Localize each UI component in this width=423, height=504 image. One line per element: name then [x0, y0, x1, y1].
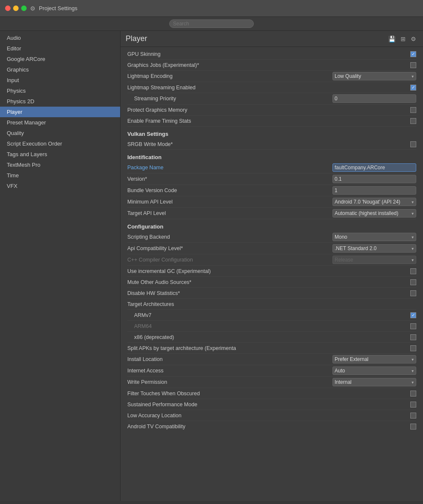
sidebar-item-input[interactable]: Input — [0, 75, 120, 85]
text-input[interactable] — [332, 94, 416, 103]
setting-row-enable-frame-timing-stats: Enable Frame Timing Stats — [127, 116, 416, 127]
setting-row-cpp-compiler-configuration: C++ Compiler ConfigurationReleaseDebugMa… — [127, 254, 416, 266]
setting-label-version: Version* — [127, 176, 332, 182]
setting-label-bundle-version-code: Bundle Version Code — [127, 187, 332, 193]
sidebar-item-audio[interactable]: Audio — [0, 33, 120, 43]
setting-row-version: Version* — [127, 174, 416, 185]
setting-row-low-accuracy-location: Low Accuracy Location — [127, 410, 416, 421]
setting-control-bundle-version-code — [332, 186, 416, 195]
checkbox[interactable] — [410, 85, 416, 91]
setting-label-split-apks: Split APKs by target architecture (Exper… — [127, 345, 332, 351]
dropdown[interactable]: MonoIL2CPP — [332, 233, 416, 241]
setting-control-streaming-priority — [332, 94, 416, 103]
setting-label-api-compatibility-level: Api Compatibility Level* — [127, 245, 332, 251]
checkbox[interactable] — [410, 391, 416, 397]
setting-row-srgb-write-mode: SRGB Write Mode* — [127, 139, 416, 150]
setting-row-api-compatibility-level: Api Compatibility Level*.NET Standard 2.… — [127, 243, 416, 254]
setting-row-graphics-jobs: Graphics Jobs (Experimental)* — [127, 60, 416, 71]
package-name-link[interactable]: Package Name — [127, 165, 163, 171]
aspect-icon[interactable]: ⊞ — [399, 35, 407, 43]
sidebar-item-preset-manager[interactable]: Preset Manager — [0, 117, 120, 128]
text-input[interactable] — [332, 175, 416, 183]
checkbox[interactable] — [410, 118, 416, 124]
checkbox[interactable] — [410, 107, 416, 113]
setting-label-disable-hw-statistics: Disable HW Statistics* — [127, 290, 332, 296]
sidebar-item-player[interactable]: Player — [0, 107, 120, 117]
setting-control-mute-other-audio-sources — [332, 279, 416, 285]
search-input[interactable] — [169, 19, 254, 28]
checkbox[interactable] — [410, 51, 416, 57]
setting-row-scripting-backend: Scripting BackendMonoIL2CPP — [127, 231, 416, 243]
dropdown[interactable]: ReleaseDebugMaster — [332, 256, 416, 264]
checkbox[interactable] — [410, 413, 416, 419]
save-icon[interactable]: 💾 — [387, 35, 397, 43]
dropdown[interactable]: Low QualityNormal QualityHigh Quality — [332, 72, 416, 80]
sidebar-item-textmesh-pro[interactable]: TextMesh Pro — [0, 160, 120, 170]
setting-control-target-api-level: Automatic (highest installed) — [332, 209, 416, 218]
setting-row-internet-access: Internet AccessAutoRequire — [127, 365, 416, 377]
sidebar-item-script-execution-order[interactable]: Script Execution Order — [0, 138, 120, 149]
setting-row-filter-touches-when-obscured: Filter Touches When Obscured — [127, 388, 416, 399]
setting-row-android-tv-compatibility: Android TV Compatibility — [127, 421, 416, 432]
setting-label-cpp-compiler-configuration: C++ Compiler Configuration — [127, 257, 332, 263]
setting-label-low-accuracy-location: Low Accuracy Location — [127, 413, 332, 419]
setting-row-x86: x86 (deprecated) — [127, 332, 416, 343]
setting-row-protect-graphics-memory: Protect Graphics Memory — [127, 105, 416, 116]
setting-control-lightmap-encoding: Low QualityNormal QualityHigh Quality — [332, 72, 416, 80]
setting-control-lightmap-streaming-enabled — [332, 85, 416, 91]
sidebar-item-graphics[interactable]: Graphics — [0, 64, 120, 75]
sidebar-item-physics-2d[interactable]: Physics 2D — [0, 96, 120, 107]
gear-icon: ⚙ — [30, 5, 36, 12]
checkbox[interactable] — [410, 323, 416, 329]
maximize-button[interactable] — [21, 6, 27, 11]
sidebar-item-google-arcore[interactable]: Google ARCore — [0, 54, 120, 64]
setting-control-package-name — [332, 163, 416, 172]
checkbox[interactable] — [410, 62, 416, 68]
setting-label-streaming-priority: Streaming Priority — [127, 96, 332, 102]
sidebar-item-tags-and-layers[interactable]: Tags and Layers — [0, 149, 120, 160]
minimize-button[interactable] — [13, 6, 19, 11]
sidebar-item-editor[interactable]: Editor — [0, 43, 120, 54]
sidebar-item-time[interactable]: Time — [0, 170, 120, 181]
close-button[interactable] — [5, 6, 11, 11]
dropdown[interactable]: .NET Standard 2.0.NET 4.x — [332, 244, 416, 253]
sidebar-item-physics[interactable]: Physics — [0, 85, 120, 96]
setting-row-install-location: Install LocationPrefer ExternalForce Int… — [127, 354, 416, 365]
window-controls[interactable] — [5, 6, 27, 11]
checkbox[interactable] — [410, 290, 416, 296]
checkbox[interactable] — [410, 345, 416, 351]
setting-control-install-location: Prefer ExternalForce InternalAuto — [332, 355, 416, 364]
setting-control-enable-frame-timing-stats — [332, 118, 416, 124]
setting-row-target-api-level: Target API LevelAutomatic (highest insta… — [127, 208, 416, 219]
settings-icon[interactable]: ⚙ — [409, 35, 418, 43]
dropdown[interactable]: Android 7.0 'Nougat' (API 24) — [332, 198, 416, 206]
setting-label-use-incremental-gc: Use incremental GC (Experimental) — [127, 268, 332, 274]
dropdown[interactable]: Automatic (highest installed) — [332, 209, 416, 218]
checkbox[interactable] — [410, 268, 416, 274]
setting-row-sustained-performance-mode: Sustained Performance Mode — [127, 399, 416, 410]
checkbox[interactable] — [410, 279, 416, 285]
setting-row-arm64: ARM64 — [127, 321, 416, 332]
sidebar-item-quality[interactable]: Quality — [0, 128, 120, 138]
setting-row-split-apks: Split APKs by target architecture (Exper… — [127, 343, 416, 354]
checkbox[interactable] — [410, 334, 416, 340]
header-icons: 💾 ⊞ ⚙ — [387, 35, 418, 43]
setting-label-filter-touches-when-obscured: Filter Touches When Obscured — [127, 391, 332, 397]
text-input[interactable] — [332, 163, 416, 172]
sidebar-item-vfx[interactable]: VFX — [0, 181, 120, 191]
dropdown[interactable]: AutoRequire — [332, 366, 416, 375]
dropdown[interactable]: Prefer ExternalForce InternalAuto — [332, 355, 416, 364]
text-input[interactable] — [332, 186, 416, 195]
vulkan-settings-header: Vulkan Settings — [127, 127, 416, 139]
setting-label-target-api-level: Target API Level — [127, 210, 332, 216]
checkbox[interactable] — [410, 141, 416, 147]
checkbox[interactable] — [410, 424, 416, 430]
setting-row-gpu-skinning: GPU Skinning — [127, 49, 416, 60]
setting-row-write-permission: Write PermissionInternalExternal (SDCard… — [127, 377, 416, 388]
checkbox[interactable] — [410, 402, 416, 408]
checkbox[interactable] — [410, 312, 416, 318]
setting-control-gpu-skinning — [332, 51, 416, 57]
setting-row-armv7: ARMv7 — [127, 310, 416, 321]
dropdown[interactable]: InternalExternal (SDCard) — [332, 378, 416, 386]
page-title: Player — [126, 34, 147, 43]
